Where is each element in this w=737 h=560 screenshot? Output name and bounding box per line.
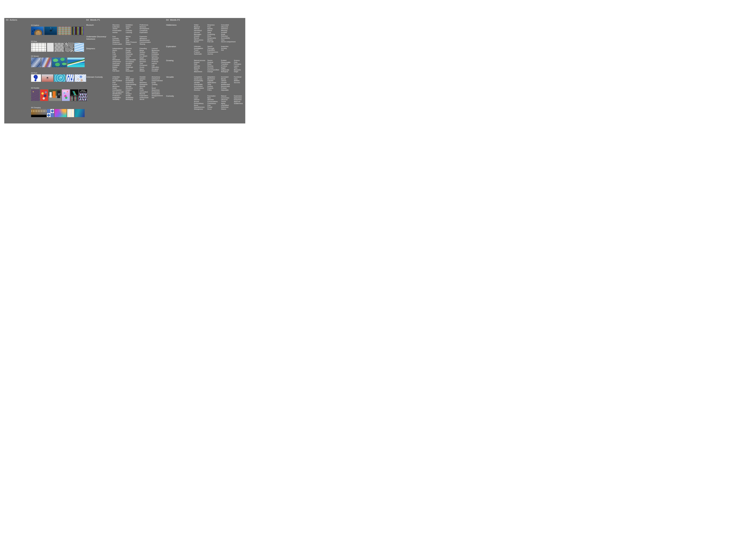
word: Rare (207, 97, 218, 99)
word: Independence (112, 48, 123, 50)
action-group-label: 06 Changing (31, 107, 85, 108)
color-palettes-board-image[interactable] (72, 27, 84, 35)
blue-diamond-quilt-image[interactable] (47, 109, 54, 117)
water-droplet-splash-image[interactable] (42, 74, 53, 82)
word: Grit (221, 49, 228, 51)
flexibility-poster-image[interactable] (31, 89, 40, 101)
blue-orange-smoke-image[interactable] (75, 74, 86, 82)
word: Arouse (194, 101, 204, 103)
action-group-05-flexible: 05 FlexibleOpen dayA BENEFIT PERFORMANCE… (31, 87, 87, 101)
word: Time (140, 80, 148, 82)
thumbnail-row (31, 58, 85, 67)
stage-spotlights-image[interactable] (31, 109, 46, 117)
word: Obviousness (194, 39, 203, 41)
word: Tourist (221, 101, 229, 103)
word-column: EvidentPleasureableTransitionProduceBigg… (221, 60, 230, 73)
holo-textures-image[interactable]: HOLO TEXTURES (79, 89, 87, 101)
rainbow-gradient-image[interactable] (55, 109, 67, 117)
word-group-label: Deepness (86, 47, 112, 50)
word-group-label: Growing (166, 59, 192, 62)
word: Consequences (207, 51, 218, 53)
word: Expedition (207, 49, 218, 51)
action-group-04-fluid: 04 Fluid (31, 72, 86, 82)
word: Swim (126, 57, 136, 59)
actions-image-groups: 01 Explore02 Flow03 Stream04 Fluid05 Fle… (31, 18, 90, 123)
word: Expand (194, 61, 205, 63)
blue-waves-pattern-image[interactable] (74, 43, 84, 52)
word: Far distant (140, 55, 147, 57)
blue-ink-drop-image[interactable] (31, 74, 41, 82)
word: Discovery (112, 39, 122, 41)
scuba-divers-reef-image[interactable] (31, 27, 43, 35)
word: Distance (140, 59, 147, 61)
word: Development (140, 28, 149, 30)
word: Downward (126, 70, 136, 72)
word: Uniqueness (112, 61, 123, 63)
marbled-ink-bw-image[interactable] (65, 43, 73, 52)
scuba-diver-deep-image[interactable] (44, 27, 57, 35)
word: Bigger (221, 67, 230, 69)
word: Steep (112, 68, 123, 70)
word: Increase (207, 67, 219, 69)
pixel-mosaic-image[interactable] (58, 27, 71, 35)
blue-ink-marble-image[interactable] (66, 74, 74, 82)
river-delta-aerial-image[interactable] (52, 58, 67, 67)
teal-navy-gradient-image[interactable] (75, 109, 85, 117)
word: Disappointment (152, 95, 163, 97)
word: Strange (126, 85, 136, 87)
street-banners-image[interactable]: Open day (49, 89, 61, 101)
word: Irritation (126, 89, 136, 91)
word: Curiosity (112, 38, 122, 39)
word: Divers (112, 50, 123, 51)
word: Unfamiliar (112, 76, 123, 78)
word: Conversations (207, 101, 218, 103)
word: Exotic (152, 82, 163, 84)
word: Below (140, 50, 147, 51)
word: Accessibility (221, 37, 235, 39)
word-column: ScienceCellsFormationLayersTimeBlossomsO… (234, 60, 241, 73)
word: Not recognized (112, 91, 123, 93)
word: Purpose (207, 87, 216, 89)
melbourne-logo-grid-image[interactable]: CITY OF MELBOURNE (70, 89, 78, 101)
word: Fear (112, 36, 122, 38)
benefit-poster-image[interactable]: A BENEFIT PERFORMANCE CELEBRATION (62, 89, 70, 101)
word: Direction (140, 61, 147, 63)
data-dots-image[interactable] (67, 109, 74, 117)
word: Vast (112, 57, 123, 59)
word: Prediction (112, 95, 123, 97)
word-column: DescentPlungeExplorePenetrateDeclineSwim… (126, 48, 136, 72)
orange-blue-marble-image[interactable] (41, 58, 51, 67)
word: Extreme (152, 55, 159, 57)
word: Inward (140, 53, 147, 55)
word: Difficulties (152, 66, 159, 68)
zigzag-pattern-image[interactable] (55, 43, 64, 52)
action-group-label: 05 Flexible (31, 87, 87, 89)
word: Exploration (140, 32, 149, 33)
word: Conflicting (207, 33, 216, 35)
word: Secret (140, 98, 148, 100)
word: Decline (126, 55, 136, 57)
word: Preferences (140, 24, 149, 26)
flow-system-diagram-image[interactable] (31, 43, 46, 52)
turquoise-paint-swirl-image[interactable] (54, 74, 65, 82)
word: Cold (112, 53, 123, 55)
red-collage-poster-image[interactable] (40, 89, 48, 101)
word: Time (126, 28, 133, 30)
island-aerial-image[interactable] (67, 58, 85, 67)
word-column: VeiledMysticalAbtruseHermeticalUncoverMe… (194, 24, 203, 43)
word: Marine (126, 36, 137, 38)
word: Drive (207, 35, 216, 37)
word: Belonging (126, 98, 136, 100)
word: Suddenness (234, 103, 243, 104)
word-column: Natural processExpandGainIntensifyMaturi… (194, 60, 205, 73)
line-field-sketch-image[interactable] (47, 43, 54, 52)
word: Applications (207, 82, 216, 84)
word-column: ExhibitionHistoryTimeCuriosityLearning (126, 24, 133, 33)
word: Unknown (194, 46, 203, 47)
word: Expression (234, 95, 243, 97)
word: Penetrate (126, 53, 136, 55)
word-column: DesireLearnInterestArouseExtraordinaryNo… (194, 95, 204, 110)
word: Develop (207, 65, 219, 67)
word: Dark (126, 68, 136, 70)
blue-marble-swirl-image[interactable] (31, 58, 41, 67)
